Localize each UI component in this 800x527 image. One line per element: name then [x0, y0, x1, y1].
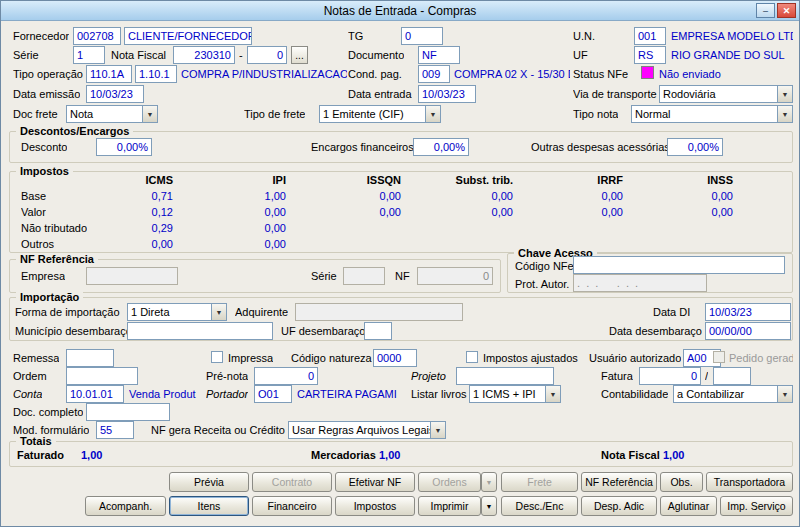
imp-servico-button[interactable]: Imp. Serviço	[720, 496, 793, 516]
dropdown-arrow-icon[interactable]: ▼	[430, 422, 445, 438]
impostos-cell: 0,00	[216, 206, 286, 218]
uf-code-field[interactable]: RS	[634, 46, 666, 64]
encargos-financeiros-label: Encargos financeiros	[311, 141, 414, 153]
minimize-button[interactable]: –	[756, 3, 775, 18]
encargos-financeiros-field[interactable]: 0,00%	[413, 138, 469, 156]
nf-referencia-button[interactable]: NF Referência	[581, 472, 657, 492]
fornecedor-name-field[interactable]: CLIENTE/FORNECEDOR RS	[124, 27, 252, 45]
listar-livros-select[interactable]: 1 ICMS + IPI ▼	[469, 385, 561, 403]
tipo-frete-select[interactable]: 1 Emitente (CIF) ▼	[319, 105, 441, 123]
outras-despesas-label: Outras despesas acessórias	[531, 141, 670, 153]
acompanh-button[interactable]: Acompanh.	[85, 496, 166, 516]
data-entrada-field[interactable]: 10/03/23	[418, 85, 476, 103]
nfref-serie-field[interactable]	[343, 267, 385, 285]
codigo-natureza-field[interactable]: 0000	[373, 349, 417, 367]
mod-formulario-field[interactable]: 55	[96, 421, 134, 439]
transportadora-button[interactable]: Transportadora	[706, 472, 793, 492]
nfref-serie-label: Série	[311, 270, 337, 282]
tipo-operacao-code-field[interactable]: 110.1A	[86, 65, 132, 83]
tipo-operacao-desc: COMPRA P/INDUSTRIALIZACAO C/IC	[181, 68, 347, 80]
ordem-field[interactable]	[66, 367, 138, 385]
dropdown-arrow-icon[interactable]: ▼	[545, 386, 560, 402]
nfref-empresa-field[interactable]	[86, 267, 178, 285]
close-button[interactable]: ✕	[777, 3, 796, 18]
tg-field[interactable]: 0	[401, 27, 443, 45]
fatura-separator: /	[705, 370, 708, 382]
nota-fiscal-browse-button[interactable]: ...	[291, 46, 308, 64]
outras-despesas-field[interactable]: 0,00%	[667, 138, 723, 156]
conta-desc: Venda Produt	[129, 388, 203, 400]
fatura-field[interactable]: 0	[639, 367, 701, 385]
uf-desembaraco-field[interactable]	[364, 322, 392, 340]
forma-importacao-select[interactable]: 1 Direta ▼	[127, 303, 227, 321]
nf-gera-select[interactable]: Usar Regras Arquivos Legais ▼	[288, 421, 446, 439]
desp-adic-button[interactable]: Desp. Adic	[581, 496, 657, 516]
via-transporte-select[interactable]: Rodoviária ▼	[659, 85, 793, 103]
impressa-checkbox[interactable]	[211, 351, 223, 363]
nfref-nf-label: NF	[395, 270, 410, 282]
remessa-field[interactable]	[66, 349, 114, 367]
impostos-cell: 0,00	[331, 206, 401, 218]
via-transporte-label: Via de transporte	[573, 88, 657, 100]
doc-completo-field[interactable]	[86, 403, 170, 421]
uf-desc: RIO GRANDE DO SUL	[671, 49, 793, 61]
dropdown-arrow-icon[interactable]: ▼	[142, 106, 157, 122]
itens-button[interactable]: Itens	[169, 496, 249, 516]
impostos-row-label: Outros	[21, 238, 54, 250]
contabilidade-label: Contabilidade	[601, 388, 668, 400]
impostos-ajustados-checkbox[interactable]	[466, 351, 478, 363]
pre-nota-field[interactable]: 0	[254, 367, 318, 385]
pedido-gerado-label: Pedido gerado	[729, 352, 793, 364]
aglutinar-button[interactable]: Aglutinar	[660, 496, 717, 516]
un-code-field[interactable]: 001	[634, 27, 666, 45]
data-emissao-field[interactable]: 10/03/23	[86, 85, 144, 103]
tipo-nota-select[interactable]: Normal ▼	[631, 105, 793, 123]
desc-enc-button[interactable]: Desc./Enc	[501, 496, 578, 516]
fatura-parcela-field[interactable]	[713, 367, 751, 385]
data-entrada-label: Data entrada	[348, 88, 412, 100]
nota-fiscal-sufixo-field[interactable]: 0	[247, 46, 287, 64]
previa-button[interactable]: Prévia	[169, 472, 249, 492]
financeiro-button[interactable]: Financeiro	[252, 496, 332, 516]
serie-field[interactable]: 1	[73, 46, 105, 64]
municipio-desembaraco-field[interactable]	[127, 322, 273, 340]
data-desembaraco-field[interactable]: 00/00/00	[705, 322, 791, 340]
pedido-gerado-checkbox	[713, 351, 725, 363]
dropdown-arrow-icon[interactable]: ▼	[425, 106, 440, 122]
efetivar-nf-button[interactable]: Efetivar NF	[335, 472, 415, 492]
portador-field[interactable]: O01	[254, 385, 292, 403]
adquirente-field[interactable]	[295, 303, 463, 321]
obs-button[interactable]: Obs.	[660, 472, 703, 492]
impostos-ajustados-label: Impostos ajustados	[483, 352, 578, 364]
desconto-field[interactable]: 0,00%	[96, 138, 152, 156]
titlebar[interactable]: Notas de Entrada - Compras – ✕	[1, 1, 799, 21]
faturado-value: 1,00	[81, 449, 102, 461]
data-di-field[interactable]: 10/03/23	[705, 303, 791, 321]
doc-frete-select[interactable]: Nota ▼	[66, 105, 158, 123]
nfref-nf-field[interactable]: 0	[417, 267, 493, 285]
tipo-operacao-cfop-field[interactable]: 1.10.1	[135, 65, 177, 83]
impostos-group-title: Impostos	[16, 165, 73, 177]
impostos-button[interactable]: Impostos	[335, 496, 415, 516]
notas-entrada-window: Notas de Entrada - Compras – ✕ Fornecedo…	[0, 0, 800, 527]
prot-autor-field[interactable]: . . . . . .	[573, 274, 707, 292]
impostos-col-header: IPI	[216, 174, 286, 186]
nota-fiscal-numero-field[interactable]: 230310	[173, 46, 235, 64]
cond-pag-code-field[interactable]: 009	[418, 65, 450, 83]
dropdown-arrow-icon[interactable]: ▼	[777, 106, 792, 122]
fornecedor-code-field[interactable]: 002708	[73, 27, 121, 45]
codigo-nfe-label: Código NFe	[515, 260, 574, 272]
conta-field[interactable]: 10.01.01	[66, 385, 124, 403]
imprimir-dropdown-button[interactable]: ▼	[481, 496, 497, 516]
projeto-field[interactable]	[456, 367, 554, 385]
dropdown-arrow-icon[interactable]: ▼	[777, 386, 792, 402]
impostos-cell: 0,00	[443, 206, 513, 218]
un-label: U.N.	[573, 30, 595, 42]
documento-field[interactable]: NF	[418, 46, 460, 64]
codigo-nfe-field[interactable]	[573, 256, 785, 274]
imprimir-button[interactable]: Imprimir	[418, 496, 481, 516]
desconto-label: Desconto	[21, 141, 67, 153]
dropdown-arrow-icon[interactable]: ▼	[777, 86, 792, 102]
contabilidade-select[interactable]: a Contabilizar ▼	[673, 385, 793, 403]
dropdown-arrow-icon[interactable]: ▼	[211, 304, 226, 320]
